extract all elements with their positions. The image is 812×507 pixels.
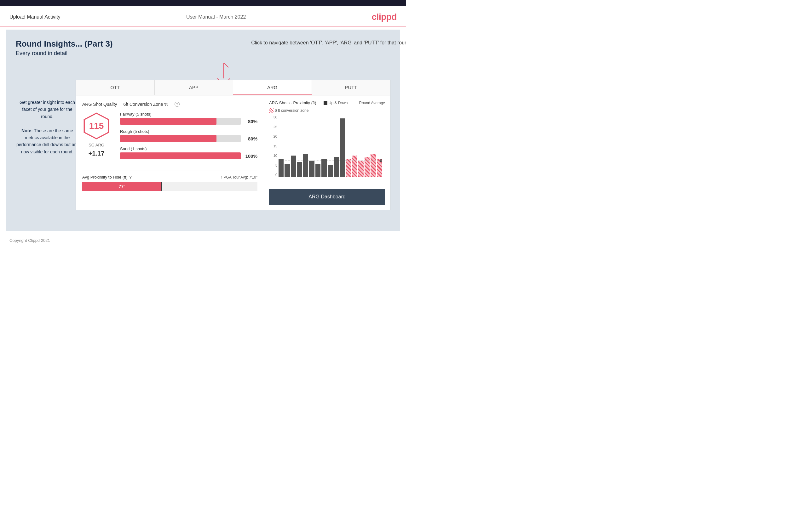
chart-area: 30 25 20 15 10 5 0 8 [269,115,385,184]
dashed-line: 8 [278,161,382,161]
bar-fill-fairway [120,118,216,125]
chart-bar [358,161,363,177]
proximity-bar-fill: 77' [82,182,161,191]
tab-ott[interactable]: OTT [76,80,155,95]
chart-bar-group [297,115,302,177]
legend-dashed-icon [351,103,358,103]
y-axis: 30 25 20 15 10 5 0 [269,115,278,177]
bar-label-sand: Sand (1 shots) [120,147,257,151]
bar-track-sand [120,153,241,159]
chart-bar-group [340,115,345,177]
legend-6ft-row: 6 ft conversion zone [269,108,385,113]
legend-round-avg: Round Average [351,101,385,105]
tab-putt[interactable]: PUTT [312,80,391,95]
legend-square-icon [323,101,327,105]
user-manual-label: User Manual - March 2022 [186,14,246,20]
chart-bar-group [352,115,357,177]
chart-bar [315,164,320,177]
chart-bar-group [346,115,351,177]
chart-bar-group [285,115,290,177]
tab-arg[interactable]: ARG [233,80,312,95]
bar-row-fairway: Fairway (5 shots) 80% [120,112,257,125]
chart-bar-group [303,115,308,177]
footer: Copyright Clippd 2021 [0,234,406,246]
proximity-section: Avg Proximity to Hole (ft) ? ↑ PGA Tour … [82,170,257,191]
chart-bar-group [321,115,326,177]
tab-app[interactable]: APP [155,80,234,95]
bar-pct-rough: 80% [243,136,257,142]
header: Upload Manual Activity User Manual - Mar… [0,6,406,26]
right-panel: ARG Shots - Proximity (ft) Up & Down Rou… [264,96,390,210]
six-ft-label: 6ft Conversion Zone % [123,102,168,107]
chart-bar-group [278,115,284,177]
hexagon-number: 115 [89,121,104,131]
bar-pct-sand: 100% [243,153,257,159]
chart-bar-group [370,115,375,177]
proximity-bar-value: 77' [119,184,125,189]
clippd-logo: clippd [372,12,397,22]
chart-bar [334,157,339,177]
bar-pct-fairway: 80% [243,119,257,124]
chart-bar [328,165,333,177]
top-bar [0,0,406,6]
dashed-label: 8 [380,159,382,163]
nav-hint: Click to navigate between 'OTT', 'APP', … [251,39,406,47]
hexagon-score: 115 [82,112,111,140]
proximity-label: Avg Proximity to Hole (ft) [82,175,128,179]
proximity-bar-track: 77' [82,182,257,191]
proximity-help-icon[interactable]: ? [130,175,132,179]
hexagon-wrapper: 115 SG ARG +1.17 [82,112,111,157]
chart-bar [365,157,370,177]
chart-title: ARG Shots - Proximity (ft) [269,101,316,105]
score-section: 115 SG ARG +1.17 Fairway (5 shots) [82,112,257,164]
tabs-container: OTT APP ARG PUTT [76,80,390,96]
chart-bar-group [358,115,363,177]
main-content: Round Insights... (Part 3) Every round i… [6,30,400,231]
pga-avg-label: ↑ PGA Tour Avg: 7'10" [220,175,257,179]
bar-track-rough [120,135,241,142]
upload-manual-label: Upload Manual Activity [9,14,60,20]
sg-arg-value: +1.17 [89,150,105,157]
chart-bar-group [291,115,296,177]
chart-bars-area [278,115,382,177]
chart-bar [352,156,357,177]
chart-bar-group [315,115,320,177]
chart-bar-group [334,115,339,177]
bar-row-rough: Rough (5 shots) 80% [120,129,257,142]
left-description: Get greater insight into each facet of y… [16,99,79,155]
panel-body: ARG Shot Quality 6ft Conversion Zone % ?… [76,96,390,210]
chart-header: ARG Shots - Proximity (ft) Up & Down Rou… [269,101,385,105]
copyright-text: Copyright Clippd 2021 [9,238,50,243]
chart-bar [321,159,326,177]
chart-bar [291,156,296,177]
bar-fill-sand [120,153,241,159]
chart-bar [346,159,351,177]
arg-dashboard-button[interactable]: ARG Dashboard [269,189,385,205]
chart-bar-group [309,115,314,177]
bar-track-fairway [120,118,241,125]
bar-fill-rough [120,135,216,142]
section-subtitle: Every round in detail [16,50,391,57]
panel-row-header: ARG Shot Quality 6ft Conversion Zone % ? [82,102,257,107]
chart-legend: Up & Down Round Average [323,101,385,105]
dashboard-panel: OTT APP ARG PUTT ARG Shot Quality 6ft Co… [75,80,391,210]
bar-label-fairway: Fairway (5 shots) [120,112,257,116]
arg-shot-quality-label: ARG Shot Quality [82,102,117,107]
chart-bar [309,161,314,177]
chart-bar [370,154,375,177]
bar-label-rough: Rough (5 shots) [120,129,257,134]
legend-hatched-icon [269,108,273,113]
help-icon[interactable]: ? [174,102,180,107]
chart-bar-group [328,115,333,177]
sg-arg-label: SG ARG [89,143,104,148]
legend-up-down: Up & Down [323,101,348,105]
left-panel: ARG Shot Quality 6ft Conversion Zone % ?… [76,96,264,210]
bar-row-sand: Sand (1 shots) 100% [120,147,257,159]
chart-bar [278,159,284,177]
chart-bar [285,164,290,177]
chart-bar [297,162,302,177]
bars-section: Fairway (5 shots) 80% Rough (5 shots) [120,112,257,164]
proximity-cursor [161,182,162,191]
chart-bar [303,154,308,177]
chart-bar-group [365,115,370,177]
